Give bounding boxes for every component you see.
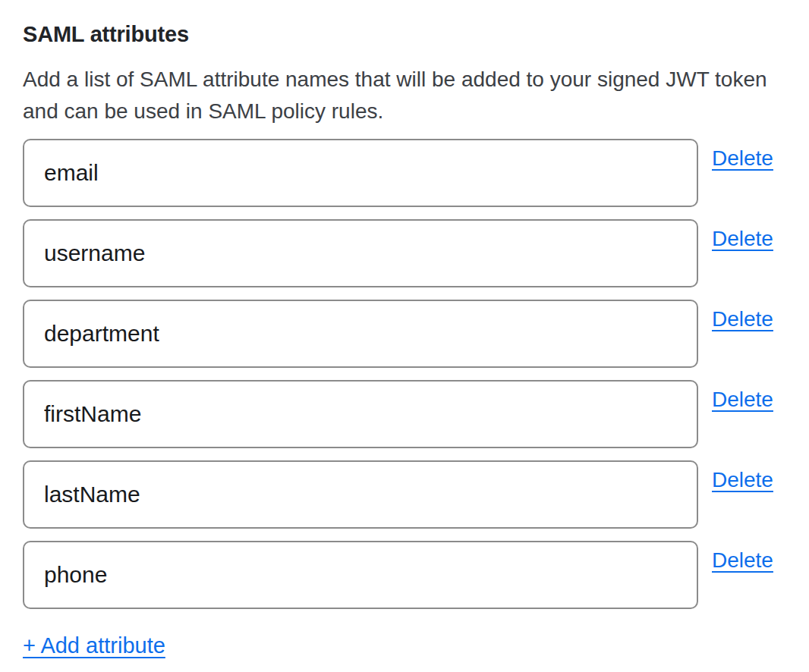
attribute-row: Delete [23,460,786,529]
attribute-input[interactable] [23,139,698,207]
attribute-input[interactable] [23,380,698,448]
attribute-row: Delete [23,139,786,207]
delete-link[interactable]: Delete [712,226,773,252]
delete-link[interactable]: Delete [712,387,773,413]
delete-link[interactable]: Delete [712,146,773,171]
attribute-input[interactable] [23,219,698,287]
section-description: Add a list of SAML attribute names that … [23,64,786,127]
saml-attributes-section: SAML attributes Add a list of SAML attri… [0,0,809,672]
section-title: SAML attributes [23,20,786,49]
attribute-row: Delete [23,219,786,287]
attribute-input[interactable] [23,300,698,368]
attribute-row: Delete [23,541,786,609]
attribute-row: Delete [23,380,786,448]
attribute-input[interactable] [23,541,698,609]
attribute-input[interactable] [23,460,698,529]
delete-link[interactable]: Delete [712,548,773,573]
add-attribute-link[interactable]: + Add attribute [23,632,165,659]
attribute-row: Delete [23,300,786,368]
delete-link[interactable]: Delete [712,306,773,332]
attribute-list: Delete Delete Delete Delete Delete Delet… [23,139,786,609]
delete-link[interactable]: Delete [712,467,773,493]
